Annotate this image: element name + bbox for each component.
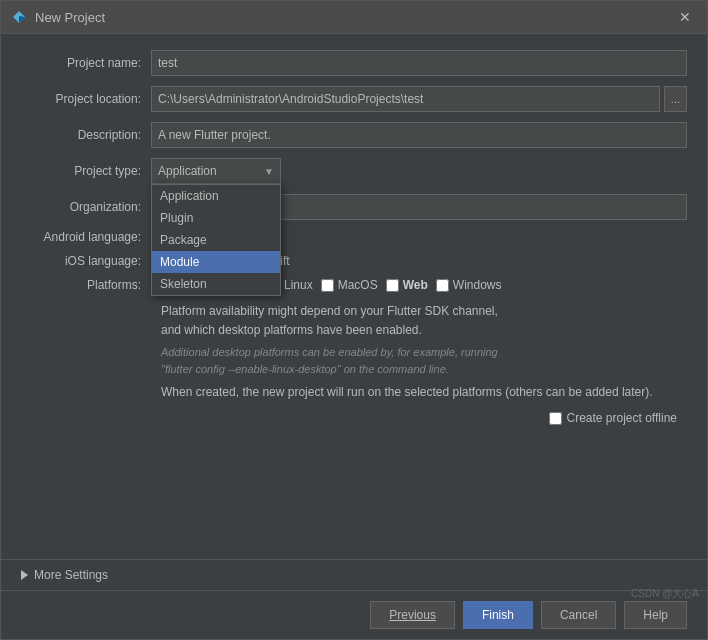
platform-macos[interactable]: MacOS [321, 278, 378, 292]
dropdown-selected-value: Application [158, 164, 217, 178]
more-settings-section[interactable]: More Settings [1, 559, 707, 590]
finish-button[interactable]: Finish [463, 601, 533, 629]
title-bar: New Project ✕ [1, 1, 707, 34]
macos-checkbox[interactable] [321, 279, 334, 292]
organization-label: Organization: [21, 200, 151, 214]
project-type-label: Project type: [21, 164, 151, 178]
close-button[interactable]: ✕ [673, 7, 697, 27]
dropdown-item-plugin[interactable]: Plugin [152, 207, 280, 229]
windows-checkbox[interactable] [436, 279, 449, 292]
description-row: Description: [21, 122, 687, 148]
description-input[interactable] [151, 122, 687, 148]
previous-button[interactable]: Previous [370, 601, 455, 629]
dropdown-item-skeleton[interactable]: Skeleton [152, 273, 280, 295]
project-location-label: Project location: [21, 92, 151, 106]
project-name-row: Project name: [21, 50, 687, 76]
platforms-label: Platforms: [21, 278, 151, 292]
create-offline-checkbox[interactable] [549, 412, 562, 425]
project-name-label: Project name: [21, 56, 151, 70]
chevron-down-icon: ▼ [264, 166, 274, 177]
form-content: Project name: Project location: ... Desc… [1, 34, 707, 559]
project-type-dropdown[interactable]: Application ▼ [151, 158, 281, 184]
dialog-title: New Project [35, 10, 665, 25]
svg-marker-1 [19, 16, 25, 23]
help-button[interactable]: Help [624, 601, 687, 629]
web-platform-label: Web [403, 278, 428, 292]
project-location-row: Project location: ... [21, 86, 687, 112]
platform-web[interactable]: Web [386, 278, 428, 292]
watermark: CSDN @大心A [631, 587, 699, 601]
project-type-menu: Application Plugin Package Module Skelet… [151, 184, 281, 296]
ios-language-label: iOS language: [21, 254, 151, 268]
platforms-row: Platforms: Android iOS Linux MacOS [21, 278, 687, 292]
project-type-row: Project type: Application ▼ Application … [21, 158, 687, 184]
dropdown-item-module[interactable]: Module [152, 251, 280, 273]
create-offline-label: Create project offline [566, 411, 677, 425]
desktop-note: Additional desktop platforms can be enab… [161, 344, 687, 377]
browse-button[interactable]: ... [664, 86, 687, 112]
dropdown-item-package[interactable]: Package [152, 229, 280, 251]
organization-row: Organization: [21, 194, 687, 220]
new-project-dialog: New Project ✕ Project name: Project loca… [0, 0, 708, 640]
dropdown-item-application[interactable]: Application [152, 185, 280, 207]
location-input-group: ... [151, 86, 687, 112]
platform-note: Platform availability might depend on yo… [161, 302, 687, 340]
windows-platform-label: Windows [453, 278, 502, 292]
project-name-input[interactable] [151, 50, 687, 76]
project-location-input[interactable] [151, 86, 660, 112]
android-language-label: Android language: [21, 230, 151, 244]
project-type-dropdown-wrapper: Application ▼ Application Plugin Package… [151, 158, 687, 184]
offline-row: Create project offline [21, 411, 677, 425]
android-language-row: Android language: Java Kotlin [21, 230, 687, 244]
flutter-icon [11, 9, 27, 25]
platform-info-block: Platform availability might depend on yo… [161, 302, 687, 399]
more-settings-label: More Settings [34, 568, 108, 582]
created-note: When created, the new project will run o… [161, 385, 687, 399]
platform-windows[interactable]: Windows [436, 278, 502, 292]
web-checkbox[interactable] [386, 279, 399, 292]
expand-icon [21, 570, 28, 580]
cancel-button[interactable]: Cancel [541, 601, 616, 629]
macos-platform-label: MacOS [338, 278, 378, 292]
dialog-footer: Previous Finish Cancel Help [1, 590, 707, 639]
description-label: Description: [21, 128, 151, 142]
create-offline-option[interactable]: Create project offline [549, 411, 677, 425]
ios-language-row: iOS language: Objective-C Swift [21, 254, 687, 268]
linux-platform-label: Linux [284, 278, 313, 292]
